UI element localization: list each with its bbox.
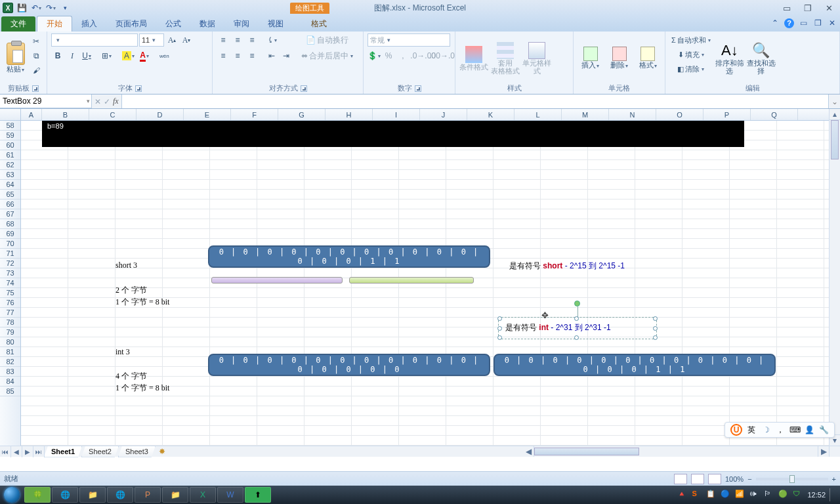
ime-logo-icon[interactable]: U <box>730 424 742 436</box>
row-header[interactable]: 70 <box>0 239 20 249</box>
scroll-left-icon[interactable]: ◀ <box>523 446 534 457</box>
insert-cells-button[interactable]: 插入▾ <box>578 33 604 83</box>
qat-undo-icon[interactable]: ↶▾ <box>30 2 42 14</box>
scroll-up-icon[interactable]: ▴ <box>830 109 840 120</box>
next-sheet-icon[interactable]: ▶ <box>22 446 33 457</box>
last-sheet-icon[interactable]: ⏭ <box>33 446 45 457</box>
paste-button[interactable]: 粘贴▾ <box>4 33 27 83</box>
ime-keyboard-icon[interactable]: ⌨ <box>789 425 800 435</box>
row-header[interactable]: 67 <box>0 209 20 219</box>
fill-button[interactable]: ⬇ 填充▾ <box>669 48 713 61</box>
format-painter-icon[interactable] <box>30 64 43 77</box>
resize-handle[interactable] <box>653 335 658 340</box>
sort-filter-button[interactable]: A↓排序和筛选 <box>715 33 744 83</box>
row-header[interactable]: 62 <box>0 160 20 170</box>
resize-handle[interactable] <box>574 316 579 321</box>
row-header[interactable]: 79 <box>0 327 20 337</box>
border-button[interactable]: ⊞▾ <box>100 49 114 62</box>
align-bottom-icon[interactable]: ≡ <box>245 33 259 47</box>
resize-handle[interactable] <box>653 316 658 321</box>
zoom-out-icon[interactable]: − <box>747 475 751 483</box>
int-bits-box-2[interactable]: 0 | 0 | 0 | 0 | 0 | 0 | 0 | 0 | 0 | 0 | … <box>494 354 776 376</box>
row-header[interactable]: 76 <box>0 298 20 308</box>
zoom-in-icon[interactable]: + <box>832 475 836 483</box>
window-restore-icon[interactable]: ❐ <box>801 3 815 13</box>
tray-icon[interactable]: 🔺 <box>677 490 688 500</box>
prev-sheet-icon[interactable]: ◀ <box>11 446 22 457</box>
tab-insert[interactable]: 插入 <box>72 16 106 32</box>
resize-handle[interactable] <box>497 326 502 331</box>
phonetic-button[interactable]: wén <box>158 49 171 62</box>
align-right-icon[interactable]: ≡ <box>245 49 259 62</box>
int-bits-box-1[interactable]: 0 | 0 | 0 | 0 | 0 | 0 | 0 | 0 | 0 | 0 | … <box>208 354 490 376</box>
clear-button[interactable]: ◧ 清除▾ <box>669 62 713 75</box>
row-header[interactable]: 58 <box>0 121 20 131</box>
align-top-icon[interactable]: ≡ <box>217 33 230 47</box>
tray-icon[interactable]: 🔵 <box>721 490 731 500</box>
row-header[interactable]: 69 <box>0 229 20 239</box>
row-header[interactable]: 75 <box>0 288 20 298</box>
row-header[interactable]: 64 <box>0 180 20 190</box>
tab-review[interactable]: 审阅 <box>224 16 259 32</box>
col-header[interactable]: P <box>704 109 751 120</box>
row-header[interactable]: 72 <box>0 259 20 268</box>
col-header[interactable]: I <box>373 109 420 120</box>
tray-icon[interactable]: 📶 <box>735 490 746 500</box>
cut-icon[interactable] <box>30 35 43 48</box>
row-header[interactable]: 77 <box>0 308 20 318</box>
rotation-handle-icon[interactable] <box>574 301 580 306</box>
fx-icon[interactable]: fx <box>113 96 119 106</box>
row-header[interactable]: 81 <box>0 347 20 357</box>
taskbar-app[interactable]: 🌐 <box>52 487 78 503</box>
first-sheet-icon[interactable]: ⏮ <box>0 446 11 457</box>
row-header[interactable]: 78 <box>0 318 20 327</box>
col-header[interactable]: F <box>231 109 278 120</box>
resize-handle[interactable] <box>497 335 502 340</box>
align-middle-icon[interactable]: ≡ <box>231 33 244 47</box>
scroll-right-icon[interactable]: ▶ <box>818 446 829 457</box>
workbook-close-icon[interactable]: ✕ <box>827 18 837 28</box>
align-center-icon[interactable]: ≡ <box>231 49 244 62</box>
row-header[interactable]: 65 <box>0 190 20 200</box>
ribbon-minimize-icon[interactable]: ⌃ <box>770 18 780 28</box>
expand-formula-bar-icon[interactable]: ⌄ <box>828 94 840 108</box>
row-header[interactable]: 83 <box>0 367 20 377</box>
col-header[interactable]: E <box>184 109 231 120</box>
fill-color-button[interactable]: A▾ <box>120 49 136 62</box>
tray-icon[interactable]: 🟢 <box>778 490 789 500</box>
taskbar-app[interactable]: 📁 <box>79 487 106 503</box>
vertical-scrollbar[interactable]: ▴ ▾ <box>829 109 840 446</box>
ime-comma-icon[interactable]: ， <box>775 425 786 435</box>
copy-icon[interactable] <box>30 49 43 62</box>
row-header[interactable]: 60 <box>0 140 20 150</box>
font-color-button[interactable]: A▾ <box>138 49 151 62</box>
taskbar-app[interactable]: W <box>217 487 243 503</box>
font-size-combo[interactable]: 11▾ <box>139 33 164 47</box>
increase-indent-icon[interactable]: ⇥ <box>280 49 293 62</box>
help-icon[interactable]: ? <box>784 18 794 28</box>
start-button[interactable] <box>0 486 24 504</box>
font-dialog-launcher[interactable] <box>135 85 142 92</box>
short-bits-box[interactable]: 0 | 0 | 0 | 0 | 0 | 0 | 0 | 0 | 0 | 0 | … <box>208 245 490 268</box>
ime-user-icon[interactable]: 👤 <box>804 425 814 435</box>
cell-grid[interactable]: b=89 short 3 2 个 字节 1 个 字节 = 8 bit 0 | 0… <box>21 121 829 446</box>
font-name-combo[interactable]: ▾ <box>51 33 138 47</box>
sheet-tab-1[interactable]: Sheet1 <box>44 446 82 457</box>
tab-home[interactable]: 开始 <box>37 16 72 32</box>
taskbar-app[interactable]: 🍀 <box>24 487 51 503</box>
decrease-indent-icon[interactable]: ⇤ <box>265 49 278 62</box>
row-header[interactable]: 63 <box>0 170 20 180</box>
tab-view[interactable]: 视图 <box>259 16 293 32</box>
row-header[interactable]: 61 <box>0 150 20 160</box>
vscroll-thumb[interactable] <box>831 120 839 159</box>
tab-file[interactable]: 文件 <box>1 16 35 32</box>
align-left-icon[interactable]: ≡ <box>217 49 230 62</box>
col-header[interactable]: A <box>21 109 42 120</box>
qat-save-icon[interactable]: 💾 <box>16 2 28 14</box>
tab-page-layout[interactable]: 页面布局 <box>106 16 156 32</box>
tab-format[interactable]: 格式 <box>302 16 336 32</box>
ime-toolbar[interactable]: U 英 ☽ ， ⌨ 👤 🔧 <box>724 422 835 438</box>
workbook-minimize-icon[interactable]: ▭ <box>798 18 808 28</box>
sheet-tab-3[interactable]: Sheet3 <box>118 446 156 457</box>
row-header[interactable]: 82 <box>0 357 20 367</box>
